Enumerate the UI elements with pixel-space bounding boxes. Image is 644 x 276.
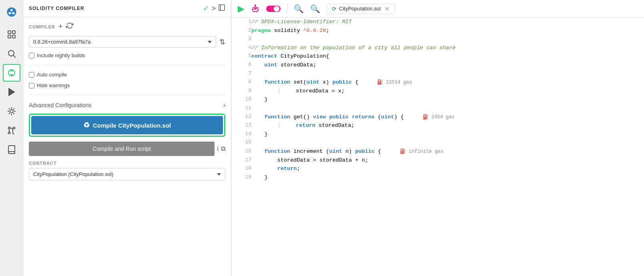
code-table: 1// SPDX-License-Identifier: MIT2pragma … <box>231 18 644 182</box>
hide-warnings-row: Hide warnings <box>29 82 225 88</box>
code-editor[interactable]: 1// SPDX-License-Identifier: MIT2pragma … <box>231 18 644 276</box>
table-row: 7 <box>231 70 644 78</box>
svg-marker-10 <box>9 88 14 96</box>
code-keyword: public <box>329 114 349 120</box>
compiler-swap-icon[interactable]: ⇅ <box>219 38 225 46</box>
code-keyword: return <box>277 166 297 172</box>
svg-line-17 <box>13 113 14 114</box>
compiler-window-icon[interactable] <box>218 4 225 13</box>
sidebar-item-logo[interactable] <box>3 3 20 21</box>
svg-line-9 <box>13 56 16 58</box>
line-number: 16 <box>231 147 251 156</box>
svg-rect-6 <box>8 35 11 38</box>
code-keyword: uint <box>307 79 319 85</box>
code-keyword: function <box>264 148 290 154</box>
gas-info: ⛽ 2454 gas <box>417 114 454 120</box>
compiler-arrow[interactable]: > <box>211 4 216 13</box>
file-tab-refresh: ⟳ <box>332 6 337 12</box>
code-keyword: public <box>333 79 352 85</box>
table-row: 9 │ storedData = x; <box>231 87 644 96</box>
compiler-sync-icon[interactable] <box>66 22 73 31</box>
compile-button[interactable]: ♻ Compile CityPopulation.sol <box>31 116 223 134</box>
svg-point-21 <box>13 127 15 129</box>
compiler-add-icon[interactable]: + <box>58 22 63 31</box>
sidebar-item-git[interactable] <box>3 122 20 139</box>
include-nightly-row: Include nightly builds <box>29 52 225 58</box>
advanced-config-row[interactable]: Advanced Configurations › <box>29 102 225 109</box>
svg-point-30 <box>255 5 256 6</box>
file-tab[interactable]: ⟳ CityPopulation.sol ✕ <box>327 4 395 14</box>
code-keyword: public <box>355 148 375 154</box>
compiler-version-select[interactable]: 0.8.26+commit.8a97fa7a <box>29 36 216 48</box>
line-bar: │ <box>277 122 281 128</box>
compile-run-row: Compile and Run script i ⧉ <box>29 142 225 156</box>
code-keyword: view <box>313 114 326 120</box>
line-content: contract CityPopulation{ <box>251 52 644 61</box>
compiler-section-label: COMPILER <box>29 24 55 29</box>
sidebar-item-deploy[interactable] <box>3 83 20 101</box>
code-keyword: uint <box>381 114 394 120</box>
code-token: // Information on the population of a ci… <box>251 45 455 51</box>
line-content <box>251 138 644 147</box>
table-row: 3 <box>231 35 644 44</box>
table-row: 8 function set(uint x) public { ⛽ 22514 … <box>231 78 644 87</box>
zoom-out-button[interactable]: 🔍 <box>292 3 305 14</box>
include-nightly-label: Include nightly builds <box>37 52 85 58</box>
include-nightly-checkbox[interactable] <box>29 53 34 58</box>
svg-rect-27 <box>254 8 255 9</box>
auto-compile-label: Auto compile <box>37 72 67 78</box>
toggle-button[interactable] <box>265 4 282 14</box>
line-number: 8 <box>231 78 251 87</box>
play-button[interactable]: ▶ <box>236 3 246 15</box>
sidebar-item-compiler[interactable] <box>3 64 20 82</box>
line-number: 13 <box>231 121 251 130</box>
contract-select[interactable]: CityPopulation (CityPopulation.sol) <box>29 168 225 180</box>
zoom-in-button[interactable]: 🔍 <box>309 3 322 14</box>
svg-rect-4 <box>8 31 11 34</box>
table-row: 10 } <box>231 95 644 104</box>
compile-run-button[interactable]: Compile and Run script <box>29 142 215 156</box>
compile-btn-icon: ♻ <box>83 121 90 130</box>
line-number: 15 <box>231 138 251 147</box>
line-number: 10 <box>231 95 251 104</box>
svg-point-1 <box>10 9 13 11</box>
toolbar-separator-1 <box>287 4 287 14</box>
sidebar-item-search[interactable] <box>3 45 20 62</box>
line-content: } <box>251 130 644 139</box>
svg-line-16 <box>8 108 10 110</box>
compile-run-info-icon[interactable]: i <box>217 145 219 152</box>
table-row: 18 return; <box>231 164 644 173</box>
code-keyword: returns <box>352 114 375 120</box>
line-number: 6 <box>231 61 251 70</box>
compiler-checkmark[interactable]: ✓ <box>203 4 209 13</box>
line-bar: │ <box>277 88 281 94</box>
compile-run-copy-icon[interactable]: ⧉ <box>221 145 225 152</box>
table-row: 19 } <box>231 173 644 182</box>
hide-warnings-checkbox[interactable] <box>29 83 34 88</box>
svg-rect-28 <box>256 8 257 9</box>
line-content: } <box>251 95 644 104</box>
line-number: 12 <box>231 113 251 122</box>
line-content: function set(uint x) public { ⛽ 22514 ga… <box>251 78 644 87</box>
line-content: uint storedData; <box>251 61 644 70</box>
sidebar-item-learn[interactable] <box>3 141 20 158</box>
sidebar-item-debugger[interactable] <box>3 102 20 120</box>
line-content: } <box>251 173 644 182</box>
advanced-config-chevron: › <box>223 102 225 109</box>
line-number: 14 <box>231 130 251 139</box>
auto-compile-row: Auto compile <box>29 72 225 78</box>
file-tab-close[interactable]: ✕ <box>385 6 389 12</box>
auto-compile-checkbox[interactable] <box>29 72 34 78</box>
compile-btn-wrapper: ♻ Compile CityPopulation.sol <box>29 114 225 137</box>
sidebar-item-files[interactable] <box>3 26 20 43</box>
svg-point-36 <box>274 6 279 12</box>
line-content: return; <box>251 164 644 173</box>
contract-section: CONTRACT CityPopulation (CityPopulation.… <box>29 161 225 180</box>
line-number: 7 <box>231 70 251 78</box>
line-number: 4 <box>231 44 251 52</box>
svg-line-18 <box>13 108 14 110</box>
code-token: ^0.8.20 <box>303 28 326 34</box>
robot-button[interactable] <box>249 4 261 14</box>
line-number: 2 <box>231 26 251 35</box>
line-content: │ return storedData; <box>251 121 644 130</box>
